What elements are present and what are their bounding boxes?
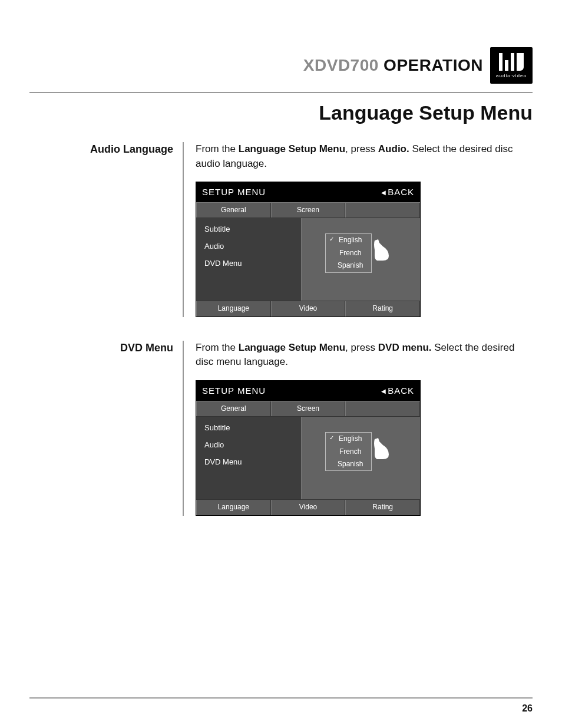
header-title: XDVD700 OPERATION <box>303 56 483 75</box>
option-english[interactable]: English <box>326 234 371 246</box>
header-model: XDVD700 <box>303 56 379 74</box>
menu-item-dvd-menu[interactable]: DVD Menu <box>204 258 293 269</box>
tab-rating[interactable]: Rating <box>345 301 420 316</box>
back-button[interactable]: BACK <box>381 186 414 199</box>
logo-subtext: audio·video <box>496 73 527 78</box>
setup-title: SETUP MENU <box>202 186 266 199</box>
tab-empty <box>345 401 420 416</box>
option-english[interactable]: English <box>326 433 371 445</box>
pointing-hand-icon <box>371 437 392 460</box>
language-options: English French Spanish <box>325 432 372 471</box>
tab-rating[interactable]: Rating <box>345 500 420 515</box>
section-description-audio: From the Language Setup Menu, press Audi… <box>196 142 533 171</box>
tab-language[interactable]: Language <box>196 301 271 316</box>
header-operation: OPERATION <box>384 56 483 74</box>
page-title: Language Setup Menu <box>29 101 533 124</box>
pointing-hand-icon <box>371 238 392 262</box>
tab-video[interactable]: Video <box>271 500 346 515</box>
menu-item-audio[interactable]: Audio <box>204 241 293 252</box>
option-french[interactable]: French <box>326 247 371 259</box>
section-label-dvd-menu: DVD Menu <box>29 341 183 354</box>
page-number: 26 <box>522 703 533 714</box>
menu-item-subtitle[interactable]: Subtitle <box>204 224 293 235</box>
tab-empty <box>345 203 420 218</box>
setup-menu-screenshot-audio: SETUP MENU BACK General Screen Subtitle … <box>196 182 421 317</box>
setup-menu-screenshot-dvd: SETUP MENU BACK General Screen Subtitle … <box>196 380 421 516</box>
logo-bars <box>499 53 524 71</box>
header-rule <box>29 92 533 93</box>
menu-item-audio[interactable]: Audio <box>204 440 293 451</box>
tab-general[interactable]: General <box>196 401 271 416</box>
tab-screen[interactable]: Screen <box>271 203 346 218</box>
back-button[interactable]: BACK <box>381 384 414 397</box>
setup-title: SETUP MENU <box>202 384 266 397</box>
section-label-audio-language: Audio Language <box>29 142 183 156</box>
tab-screen[interactable]: Screen <box>271 401 346 416</box>
footer-rule <box>29 697 533 699</box>
dual-logo: audio·video <box>490 47 533 84</box>
option-spanish[interactable]: Spanish <box>326 259 371 272</box>
tab-language[interactable]: Language <box>196 500 271 515</box>
option-french[interactable]: French <box>326 446 371 458</box>
menu-item-subtitle[interactable]: Subtitle <box>204 423 293 434</box>
tab-general[interactable]: General <box>196 203 271 218</box>
menu-item-dvd-menu[interactable]: DVD Menu <box>204 457 293 468</box>
section-description-dvd: From the Language Setup Menu, press DVD … <box>196 341 533 370</box>
tab-video[interactable]: Video <box>271 301 346 316</box>
option-spanish[interactable]: Spanish <box>326 458 371 470</box>
language-options: English French Spanish <box>325 233 372 272</box>
